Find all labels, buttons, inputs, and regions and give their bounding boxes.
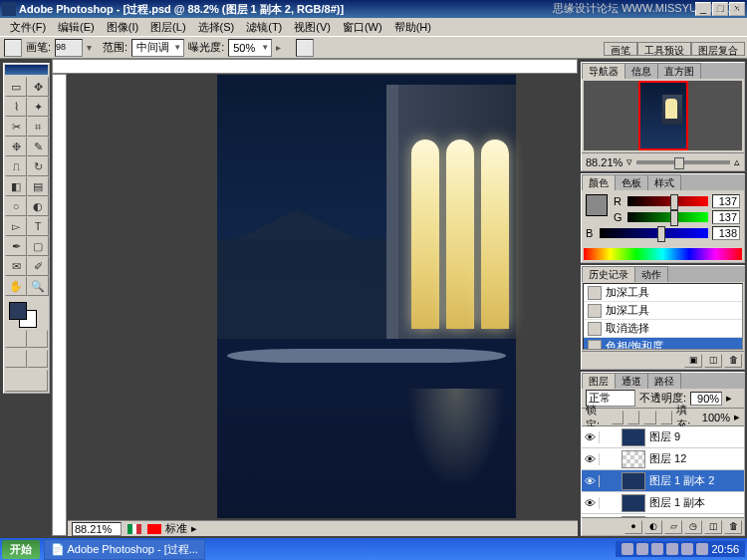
color-swatches[interactable]	[5, 300, 48, 328]
layer-mask-icon[interactable]: ◐	[644, 520, 662, 534]
r-value[interactable]: 137	[712, 194, 740, 208]
tab-swatches[interactable]: 色板	[615, 174, 648, 190]
new-set-icon[interactable]: ▱	[664, 520, 682, 534]
menu-layer[interactable]: 图层(L)	[144, 18, 191, 37]
tab-layers[interactable]: 图层	[582, 373, 616, 389]
tab-history[interactable]: 历史记录	[582, 266, 635, 282]
color-spectrum[interactable]	[584, 248, 742, 260]
dodge-tool[interactable]: ◐	[27, 196, 49, 216]
screen-mode-1-icon[interactable]	[5, 350, 27, 368]
airbrush-icon[interactable]	[296, 39, 314, 57]
document-canvas[interactable]	[217, 75, 516, 518]
navigator-preview[interactable]	[584, 81, 742, 150]
tab-color[interactable]: 颜色	[582, 174, 616, 190]
brush-preview-icon[interactable]: 98	[55, 39, 83, 57]
hand-tool[interactable]: ✋	[5, 276, 27, 296]
menu-help[interactable]: 帮助(H)	[388, 18, 437, 37]
history-item[interactable]: 加深工具	[584, 284, 742, 302]
tab-layer-comps[interactable]: 图层复合	[691, 42, 745, 56]
lasso-tool[interactable]: ⌇	[5, 97, 27, 117]
layer-row[interactable]: 👁图层 1 副本 2	[582, 470, 744, 492]
tray-icon[interactable]	[636, 543, 648, 555]
toolbox-header[interactable]	[5, 65, 48, 75]
jump-to-icon[interactable]	[5, 370, 48, 392]
zoom-in-icon[interactable]: ▵	[734, 155, 740, 168]
brush-dropdown-icon[interactable]: ▾	[87, 42, 99, 53]
exposure-dropdown[interactable]: 50%	[228, 39, 272, 57]
chevron-right-icon[interactable]: ▸	[734, 411, 740, 423]
tab-actions[interactable]: 动作	[634, 266, 668, 282]
heal-tool[interactable]: ❉	[5, 137, 27, 156]
layer-style-icon[interactable]: ●	[624, 520, 642, 534]
standard-mode-icon[interactable]	[5, 330, 27, 348]
menu-filter[interactable]: 滤镜(T)	[240, 18, 288, 37]
tray-icon[interactable]	[666, 543, 678, 555]
b-slider[interactable]	[600, 228, 708, 238]
color-fg-swatch[interactable]	[586, 194, 608, 216]
chevron-right-icon[interactable]: ▸	[726, 392, 732, 405]
eye-icon[interactable]: 👁	[582, 497, 600, 509]
lock-position-icon[interactable]	[643, 411, 655, 424]
taskbar-item[interactable]: 📄 Adobe Photoshop - [过程...	[44, 539, 205, 560]
trash-icon[interactable]: 🗑	[724, 520, 742, 534]
lock-transparency-icon[interactable]	[612, 411, 623, 424]
tab-brushes[interactable]: 画笔	[604, 42, 637, 56]
tool-preset-icon[interactable]	[4, 39, 22, 57]
b-value[interactable]: 138	[712, 226, 740, 240]
pen-tool[interactable]: ✒	[5, 236, 27, 256]
eye-icon[interactable]: 👁	[582, 431, 600, 443]
menu-window[interactable]: 窗口(W)	[337, 18, 388, 37]
blur-tool[interactable]: ○	[5, 196, 27, 216]
screen-mode-2-icon[interactable]	[27, 350, 49, 368]
notes-tool[interactable]: ✉	[5, 256, 27, 276]
move-tool[interactable]: ✥	[27, 77, 49, 97]
tab-info[interactable]: 信息	[624, 63, 658, 79]
layer-thumbnail[interactable]	[622, 428, 645, 446]
zoom-field[interactable]: 88.21%	[72, 522, 122, 536]
new-snapshot-icon[interactable]: ▣	[684, 354, 702, 368]
gradient-tool[interactable]: ▤	[27, 176, 49, 196]
quickmask-mode-icon[interactable]	[27, 330, 49, 348]
navigator-zoom[interactable]: 88.21%	[586, 156, 622, 168]
start-button[interactable]: 开始	[2, 540, 40, 559]
zoom-out-icon[interactable]: ▿	[626, 155, 632, 168]
menu-view[interactable]: 视图(V)	[288, 18, 337, 37]
history-brush-tool[interactable]: ↻	[27, 156, 49, 176]
tray-icon[interactable]	[696, 543, 708, 555]
trash-icon[interactable]: 🗑	[724, 354, 742, 368]
chevron-right-icon[interactable]: ▸	[191, 522, 197, 535]
tray-icon[interactable]	[622, 543, 633, 555]
brush-tool[interactable]: ✎	[27, 137, 49, 156]
menu-select[interactable]: 选择(S)	[192, 18, 241, 37]
lock-image-icon[interactable]	[627, 411, 639, 424]
eyedropper-tool[interactable]: ✐	[27, 256, 49, 276]
layer-row[interactable]: 👁图层 9	[582, 426, 744, 448]
tab-histogram[interactable]: 直方图	[657, 63, 701, 79]
layer-thumbnail[interactable]	[622, 450, 645, 468]
eye-icon[interactable]: 👁	[582, 475, 600, 487]
exposure-arrow-icon[interactable]: ▸	[276, 42, 288, 53]
eraser-tool[interactable]: ◧	[5, 176, 27, 196]
shape-tool[interactable]: ▢	[27, 236, 49, 256]
tab-channels[interactable]: 通道	[615, 373, 648, 389]
history-item[interactable]: 色相/饱和度	[584, 338, 742, 350]
menu-file[interactable]: 文件(F)	[4, 18, 52, 37]
lock-all-icon[interactable]	[660, 411, 672, 424]
tab-styles[interactable]: 样式	[647, 174, 681, 190]
fill-value[interactable]: 100%	[702, 412, 730, 423]
menu-image[interactable]: 图像(I)	[101, 18, 144, 37]
marquee-tool[interactable]: ▭	[5, 77, 27, 97]
wand-tool[interactable]: ✦	[27, 97, 49, 117]
tray-icon[interactable]	[651, 543, 663, 555]
range-dropdown[interactable]: 中间调	[131, 39, 184, 57]
tray-icon[interactable]	[681, 543, 693, 555]
tab-tool-presets[interactable]: 工具预设	[637, 42, 691, 56]
g-value[interactable]: 137	[712, 210, 740, 224]
layer-thumbnail[interactable]	[622, 494, 645, 512]
layer-row[interactable]: 👁图层 1 副本	[582, 492, 744, 514]
g-slider[interactable]	[627, 212, 708, 222]
new-document-icon[interactable]: ◫	[704, 354, 722, 368]
layer-row[interactable]: 👁图层 12	[582, 448, 744, 470]
history-item[interactable]: 取消选择	[584, 320, 742, 338]
stamp-tool[interactable]: ⎍	[5, 156, 27, 176]
